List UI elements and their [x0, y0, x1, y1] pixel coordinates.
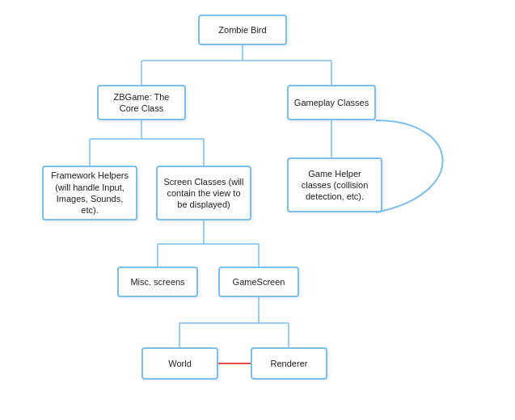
node-gameplay-classes: Gameplay Classes	[287, 85, 376, 120]
node-zombie-bird: Zombie Bird	[198, 15, 287, 45]
node-misc-screens: Misc. screens	[117, 267, 198, 297]
node-game-helper: Game Helper classes (collision detection…	[287, 158, 382, 212]
node-framework-helpers: Framework Helpers (will handle Input, Im…	[42, 166, 137, 220]
node-gamescreen: GameScreen	[218, 267, 299, 297]
node-screen-classes: Screen Classes (will contain the view to…	[156, 166, 251, 220]
node-zbgame: ZBGame: The Core Class	[97, 85, 186, 120]
node-renderer: Renderer	[251, 347, 327, 380]
diagram: Zombie Bird ZBGame: The Core Class Gamep…	[0, 0, 515, 420]
node-world: World	[141, 347, 218, 380]
